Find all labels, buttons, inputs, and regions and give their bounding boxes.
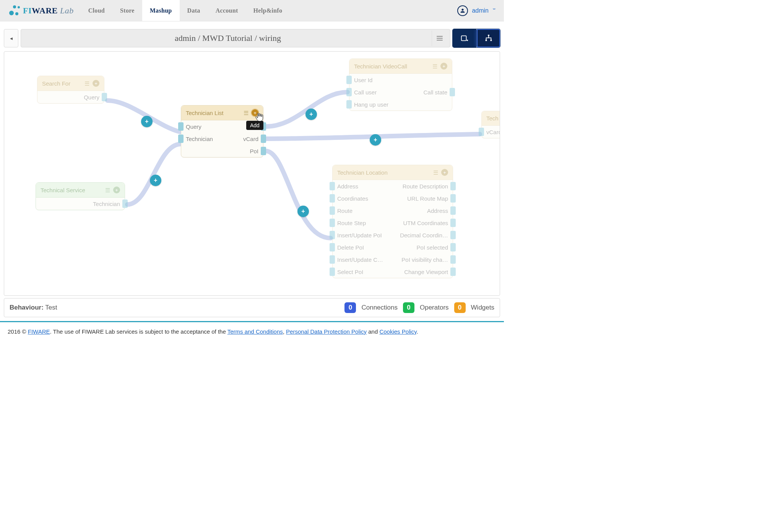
output-port[interactable] xyxy=(450,268,456,276)
node-technician-location[interactable]: Technician Location ☰ + AddressRoute Des… xyxy=(332,165,453,278)
svg-rect-5 xyxy=(490,40,492,41)
output-port[interactable] xyxy=(450,219,456,227)
output-port[interactable] xyxy=(450,88,455,96)
footer: 2016 © FIWARE. The use of FIWARE Lab ser… xyxy=(0,322,504,346)
port-label: UTM Coordinates xyxy=(393,220,448,226)
node-menu-icon[interactable]: ☰ xyxy=(432,63,437,69)
footer-text: 2016 © xyxy=(8,328,28,335)
node-menu-icon[interactable]: ☰ xyxy=(84,81,89,86)
port-label: Route Description xyxy=(393,183,448,190)
top-nav: FIWARELab Cloud Store Mashup Data Accoun… xyxy=(0,0,504,21)
nav-tab-data[interactable]: Data xyxy=(180,0,208,21)
input-port[interactable] xyxy=(330,231,335,239)
footer-link-fiware[interactable]: FIWARE xyxy=(28,328,50,335)
port-label: Address xyxy=(393,208,448,214)
wire-add-button[interactable]: + xyxy=(305,109,317,120)
output-port[interactable] xyxy=(261,135,266,143)
input-port[interactable] xyxy=(346,100,352,109)
output-port[interactable] xyxy=(261,147,266,155)
wiring-view-button[interactable] xyxy=(476,29,500,47)
port-label: vCard xyxy=(222,136,258,142)
nav-tab-account[interactable]: Account xyxy=(208,0,246,21)
svg-rect-0 xyxy=(461,36,466,41)
wire-add-button[interactable]: + xyxy=(141,116,153,127)
chevron-down-icon: ˅˅ xyxy=(492,8,495,13)
nav-tabs: Cloud Store Mashup Data Account Help&inf… xyxy=(81,0,290,21)
output-port[interactable] xyxy=(450,194,456,203)
add-component-button[interactable] xyxy=(453,29,476,47)
port-label: URL Route Map xyxy=(393,195,448,202)
node-technician-videocall[interactable]: Technician VideoCall ☰ + User Id Call us… xyxy=(349,58,452,111)
input-port[interactable] xyxy=(330,206,335,215)
input-port[interactable] xyxy=(346,88,352,96)
footer-link-terms[interactable]: Terms and Conditions xyxy=(227,328,283,335)
output-port[interactable] xyxy=(450,255,456,264)
node-tech-partial[interactable]: Tech vCard xyxy=(481,111,500,138)
node-add-icon[interactable]: + xyxy=(113,187,120,193)
wire-add-button[interactable]: + xyxy=(150,175,161,186)
wire-add-button[interactable]: + xyxy=(297,206,309,217)
view-mode-group xyxy=(453,29,500,47)
input-port[interactable] xyxy=(330,219,335,227)
node-technical-service[interactable]: Technical Service ☰ + Technician xyxy=(36,182,125,210)
port-label: Delete PoI xyxy=(337,244,393,251)
port-label: Decimal Coordin… xyxy=(393,232,448,238)
node-menu-icon[interactable]: ☰ xyxy=(433,170,438,175)
footer-link-cookies[interactable]: Cookies Policy xyxy=(379,328,416,335)
input-port[interactable] xyxy=(346,76,352,84)
port-label: Query xyxy=(71,94,99,101)
brand-logo[interactable]: FIWARELab xyxy=(9,0,74,21)
node-add-icon[interactable]: + xyxy=(441,169,448,176)
operators-label: Operators xyxy=(420,304,449,311)
output-port[interactable] xyxy=(450,243,456,251)
input-port[interactable] xyxy=(330,268,335,276)
node-search-for[interactable]: Search For ☰ + Query xyxy=(37,76,104,104)
input-port[interactable] xyxy=(330,182,335,190)
port-label: Select PoI xyxy=(337,269,393,275)
operators-badge: 0 xyxy=(403,302,414,313)
user-menu[interactable]: admin ˅˅ xyxy=(448,0,504,21)
nav-tab-help[interactable]: Help&info xyxy=(246,0,290,21)
wire-add-button[interactable]: + xyxy=(370,134,381,146)
nav-tab-mashup[interactable]: Mashup xyxy=(142,0,180,21)
footer-text: and xyxy=(367,328,379,335)
footer-link-privacy[interactable]: Personal Data Protection Policy xyxy=(286,328,367,335)
port-label: Insert/Update C… xyxy=(337,256,393,263)
output-port[interactable] xyxy=(450,206,456,215)
breadcrumb-bar: admin / MWD Tutorial / wiring xyxy=(21,29,450,47)
input-port[interactable] xyxy=(330,255,335,264)
connections-label: Connections xyxy=(361,304,398,311)
back-button[interactable]: ◂ xyxy=(4,29,18,47)
user-icon xyxy=(457,5,468,16)
logo-dots-icon xyxy=(9,5,20,16)
node-add-icon[interactable]: + xyxy=(93,80,99,87)
node-title: Technician Location xyxy=(337,169,430,176)
wiring-canvas[interactable]: Search For ☰ + Query Technical Service ☰… xyxy=(4,51,500,296)
input-port[interactable] xyxy=(178,122,184,131)
node-title: Technician List xyxy=(186,110,240,116)
port-label: Change Viewport xyxy=(393,269,448,275)
port-label: Technician xyxy=(80,201,120,207)
output-port[interactable] xyxy=(450,182,456,190)
output-port[interactable] xyxy=(122,200,128,208)
footer-text: . xyxy=(417,328,418,335)
output-port[interactable] xyxy=(102,93,107,101)
input-port[interactable] xyxy=(330,243,335,251)
node-technician-list[interactable]: Technician List ☰ + QueryUser Technician… xyxy=(181,105,263,157)
behaviour-label: Behaviour: Test xyxy=(10,304,57,311)
breadcrumb-menu-button[interactable] xyxy=(432,31,447,46)
input-port[interactable] xyxy=(330,194,335,203)
node-title: Search For xyxy=(42,80,81,87)
nav-tab-store[interactable]: Store xyxy=(112,0,142,21)
node-title: Tech xyxy=(486,115,500,122)
nav-tab-cloud[interactable]: Cloud xyxy=(81,0,112,21)
port-label: Technician xyxy=(186,136,222,142)
input-port[interactable] xyxy=(178,135,184,143)
node-menu-icon[interactable]: ☰ xyxy=(105,187,110,193)
port-label: Query xyxy=(186,123,222,130)
input-port[interactable] xyxy=(479,128,484,136)
node-add-icon[interactable]: + xyxy=(440,63,447,70)
output-port[interactable] xyxy=(450,231,456,239)
node-menu-icon[interactable]: ☰ xyxy=(244,110,249,116)
port-label: PoI visibility cha… xyxy=(393,256,448,263)
